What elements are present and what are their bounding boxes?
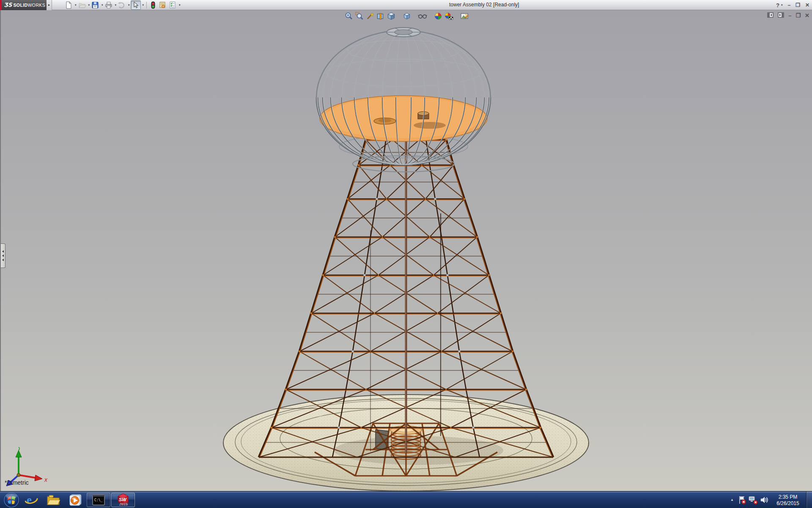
flyout-arrow-icon: ▸ <box>48 3 50 7</box>
tower-assembly-model[interactable] <box>1 10 812 491</box>
command-prompt-icon: C:\_ <box>92 494 105 505</box>
restore-document-button[interactable]: ❐ <box>796 13 801 18</box>
eyeglasses-icon <box>418 12 427 20</box>
select-dropdown[interactable]: ▾ <box>143 3 144 7</box>
windows-explorer-button[interactable] <box>42 492 64 508</box>
action-center-button[interactable] <box>737 492 748 508</box>
view-orientation-label: *Dimetric <box>5 479 29 486</box>
solidworks-2015-icon: SW 2015 <box>116 493 130 507</box>
internet-explorer-button[interactable]: e <box>20 492 42 508</box>
action-center-flag-icon <box>738 495 747 505</box>
new-dropdown[interactable]: ▾ <box>75 3 77 7</box>
clock-time: 2:35 PM <box>770 494 806 500</box>
rebuild-button[interactable] <box>149 0 157 10</box>
menu-flyout-button[interactable]: ▸ <box>47 0 52 10</box>
printer-icon <box>105 1 112 9</box>
open-dropdown[interactable]: ▾ <box>88 3 90 7</box>
show-hidden-icons-button[interactable]: ▲ <box>727 498 737 502</box>
clock-date: 6/26/2015 <box>770 500 806 507</box>
view-settings-button[interactable] <box>459 11 469 21</box>
graphics-viewport[interactable]: – ❐ ✕ x *Dimetric <box>0 10 812 491</box>
internet-explorer-icon: e <box>25 494 38 506</box>
svg-text:e: e <box>27 494 32 506</box>
minimize-document-button[interactable]: – <box>788 13 791 18</box>
folder-icon <box>47 494 60 506</box>
solidworks-logo: ƷS SOLIDWORKS <box>2 0 47 10</box>
section-view-button[interactable] <box>375 11 386 21</box>
collapse-arrow-icon <box>2 259 4 261</box>
start-button[interactable] <box>3 492 20 508</box>
triad-x-label: x <box>44 476 48 483</box>
help-dropdown[interactable]: ▾ <box>781 3 783 7</box>
network-status-button[interactable] <box>748 492 759 508</box>
collapse-feature-pane-button[interactable] <box>767 12 774 19</box>
collapse-left-pane-icon <box>767 12 774 18</box>
feature-pane-splitter-tab[interactable] <box>1 243 5 268</box>
hide-show-items-button[interactable] <box>417 11 428 21</box>
window-controls: ? ▾ – ❐ ✕ <box>776 0 809 10</box>
collapse-arrow-icon <box>2 250 4 253</box>
section-view-icon <box>376 12 385 20</box>
file-properties-button[interactable] <box>158 0 167 10</box>
select-tool-button[interactable] <box>131 0 141 10</box>
titlebar: ƷS SOLIDWORKS ▸ ▾ ▾ ▾ <box>0 0 812 10</box>
print-button[interactable] <box>104 0 113 10</box>
speaker-icon <box>760 495 769 505</box>
previous-view-wand-icon <box>366 12 374 20</box>
save-floppy-icon <box>91 1 99 9</box>
zoom-to-area-button[interactable] <box>354 11 365 21</box>
restore-window-button[interactable]: ❐ <box>796 3 800 8</box>
zoom-to-area-icon <box>355 12 364 20</box>
undo-arrow-icon <box>118 1 126 9</box>
options-checklist-icon <box>169 1 176 9</box>
close-document-button[interactable]: ✕ <box>805 13 809 18</box>
main-toolbar: ▾ ▾ ▾ ▾ <box>64 0 181 10</box>
undo-button[interactable] <box>117 0 126 10</box>
apply-scene-icon <box>444 12 453 20</box>
undo-dropdown[interactable]: ▾ <box>128 3 130 7</box>
window-title: tower Assembly 02 [Read-only] <box>449 2 519 8</box>
network-disconnected-icon <box>748 495 758 505</box>
rebuild-traffic-light-icon <box>150 1 156 9</box>
close-window-button[interactable]: ✕ <box>805 3 809 8</box>
solidworks-taskbar-button[interactable]: SW 2015 <box>111 493 135 507</box>
show-desktop-button[interactable] <box>806 491 812 508</box>
sw-icon-letters: SW <box>119 497 127 502</box>
save-button[interactable] <box>91 0 100 10</box>
apply-scene-button[interactable] <box>443 11 454 21</box>
volume-button[interactable] <box>759 492 770 508</box>
options-button[interactable] <box>168 0 177 10</box>
taskbar-clock[interactable]: 2:35 PM 6/26/2015 <box>770 493 806 507</box>
minimize-window-button[interactable]: – <box>787 3 790 8</box>
select-cursor-icon <box>132 1 140 9</box>
windows-start-orb-icon <box>3 492 19 508</box>
display-style-button[interactable] <box>401 11 412 21</box>
print-dropdown[interactable]: ▾ <box>115 3 117 7</box>
command-prompt-button[interactable]: C:\_ <box>87 493 110 507</box>
view-orientation-button[interactable] <box>386 11 396 21</box>
new-document-button[interactable] <box>64 0 73 10</box>
save-dropdown[interactable]: ▾ <box>102 3 103 7</box>
zoom-to-fit-button[interactable] <box>343 11 354 21</box>
display-style-cube-icon <box>403 12 411 20</box>
view-settings-icon <box>460 12 469 20</box>
toolbar-separator <box>146 2 147 8</box>
previous-view-button[interactable] <box>365 11 375 21</box>
open-document-button[interactable] <box>77 0 87 10</box>
new-document-icon <box>65 1 72 9</box>
options-dropdown[interactable]: ▾ <box>179 3 181 7</box>
expand-right-pane-icon <box>778 12 784 18</box>
edit-appearance-button[interactable] <box>433 11 443 21</box>
system-tray: ▲ <box>727 491 812 508</box>
headsup-view-toolbar <box>343 11 469 21</box>
media-player-icon <box>69 494 82 506</box>
solidworks-logo-text: SOLIDWORKS <box>13 3 45 8</box>
solidworks-logo-glyph: ƷS <box>4 2 12 8</box>
expand-task-pane-button[interactable] <box>778 12 784 19</box>
document-window-controls: – ❐ ✕ <box>767 12 809 19</box>
sw-icon-year: 2015 <box>119 502 128 506</box>
zoom-to-fit-icon <box>345 12 353 20</box>
media-player-button[interactable] <box>64 492 86 508</box>
help-button[interactable]: ? <box>776 3 779 8</box>
windows-taskbar: e C:\_ SW 2015 <box>0 491 812 508</box>
